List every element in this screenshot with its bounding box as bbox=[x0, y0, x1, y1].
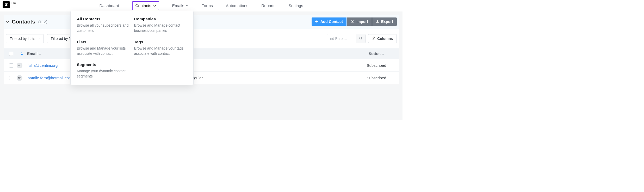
contact-count: (112) bbox=[38, 20, 47, 24]
dropdown-item-desc: Browse and Manage your lists associate w… bbox=[77, 46, 130, 56]
status-badge: Subscribed bbox=[363, 76, 389, 80]
add-contact-label: Add Contact bbox=[320, 20, 343, 24]
page-title: Contacts bbox=[12, 19, 35, 25]
dropdown-item-title: Companies bbox=[134, 17, 187, 21]
nav-contacts-label: Contacts bbox=[135, 3, 151, 8]
dropdown-lists[interactable]: Lists Browse and Manage your lists assoc… bbox=[77, 40, 130, 56]
dropdown-tags[interactable]: Tags Browse and Manage your tags associa… bbox=[134, 40, 187, 56]
th-email-label: Email bbox=[27, 51, 38, 56]
download-icon bbox=[376, 20, 379, 24]
gear-icon bbox=[372, 37, 375, 41]
contact-segment: Regular bbox=[189, 76, 250, 80]
contact-email-link[interactable]: natalie.fern@hotmail.com bbox=[28, 76, 72, 80]
dropdown-item-title: Segments bbox=[77, 62, 130, 67]
filter-by-lists-label: Filtered by Lists bbox=[10, 37, 35, 41]
search-input[interactable] bbox=[327, 34, 356, 43]
avatar: LC bbox=[17, 63, 22, 68]
svg-point-1 bbox=[373, 38, 374, 39]
dropdown-item-title: All Contacts bbox=[77, 17, 130, 21]
export-button[interactable]: Export bbox=[372, 17, 397, 26]
filter-by-lists[interactable]: Filtered by Lists bbox=[6, 34, 44, 43]
dropdown-item-desc: Browse all your subscribers and customer… bbox=[77, 23, 130, 33]
nav-reports[interactable]: Reports bbox=[260, 1, 276, 10]
dropdown-companies[interactable]: Companies Browse and Manage contact busi… bbox=[134, 17, 187, 33]
columns-label: Columns bbox=[377, 37, 393, 41]
import-label: Import bbox=[356, 20, 368, 24]
dropdown-all-contacts[interactable]: All Contacts Browse all your subscribers… bbox=[77, 17, 130, 33]
nav-forms[interactable]: Forms bbox=[200, 1, 214, 10]
dropdown-item-desc: Browse and Manage contact business/compa… bbox=[134, 23, 187, 33]
th-status-label: Status bbox=[369, 51, 381, 56]
dropdown-item-desc: Manage your dynamic contact segments bbox=[77, 68, 130, 79]
status-badge: Subscribed bbox=[363, 63, 389, 68]
dropdown-segments[interactable]: Segments Manage your dynamic contact seg… bbox=[77, 62, 130, 79]
row-checkbox[interactable] bbox=[9, 76, 13, 80]
table-row[interactable]: NF natalie.fern@hotmail.com Natalie Fern… bbox=[4, 72, 399, 84]
dropdown-item-title: Tags bbox=[134, 40, 187, 44]
nav-settings[interactable]: Settings bbox=[287, 1, 304, 10]
sort-icon bbox=[382, 52, 384, 55]
nav-emails[interactable]: Emails bbox=[171, 1, 190, 10]
export-label: Export bbox=[381, 20, 393, 24]
row-checkbox[interactable] bbox=[9, 63, 13, 68]
search-icon bbox=[359, 37, 363, 41]
search-button[interactable] bbox=[356, 34, 365, 43]
th-status[interactable]: Status bbox=[363, 51, 389, 56]
dropdown-item-title: Lists bbox=[77, 40, 130, 44]
table-header: Email Name Status bbox=[4, 48, 399, 59]
contacts-dropdown: All Contacts Browse all your subscribers… bbox=[70, 11, 194, 85]
avatar: NF bbox=[17, 75, 22, 81]
plus-icon bbox=[315, 20, 318, 24]
import-button[interactable]: Import bbox=[347, 17, 372, 26]
nav-contacts[interactable]: Contacts bbox=[131, 0, 160, 12]
chevron-down-icon bbox=[153, 4, 156, 7]
nav-emails-label: Emails bbox=[172, 3, 184, 8]
columns-button[interactable]: Columns bbox=[368, 34, 397, 43]
chevron-down-icon bbox=[37, 37, 40, 41]
add-contact-button[interactable]: Add Contact bbox=[312, 17, 346, 26]
dropdown-item-desc: Browse and Manage your tags associate wi… bbox=[134, 46, 187, 56]
table-row[interactable]: LC lisha@centini.org Lish Subscribed bbox=[4, 59, 399, 72]
cloud-upload-icon bbox=[351, 20, 354, 24]
contact-email-link[interactable]: lisha@centini.org bbox=[28, 63, 58, 68]
nav-automations[interactable]: Automations bbox=[225, 1, 249, 10]
chevron-down-icon bbox=[186, 4, 188, 7]
chevron-down-icon[interactable] bbox=[6, 20, 10, 24]
sort-icon bbox=[39, 52, 41, 55]
nav-dashboard[interactable]: Dashboard bbox=[98, 1, 120, 10]
sort-indicator[interactable] bbox=[17, 52, 27, 56]
select-all-checkbox[interactable] bbox=[9, 52, 13, 56]
